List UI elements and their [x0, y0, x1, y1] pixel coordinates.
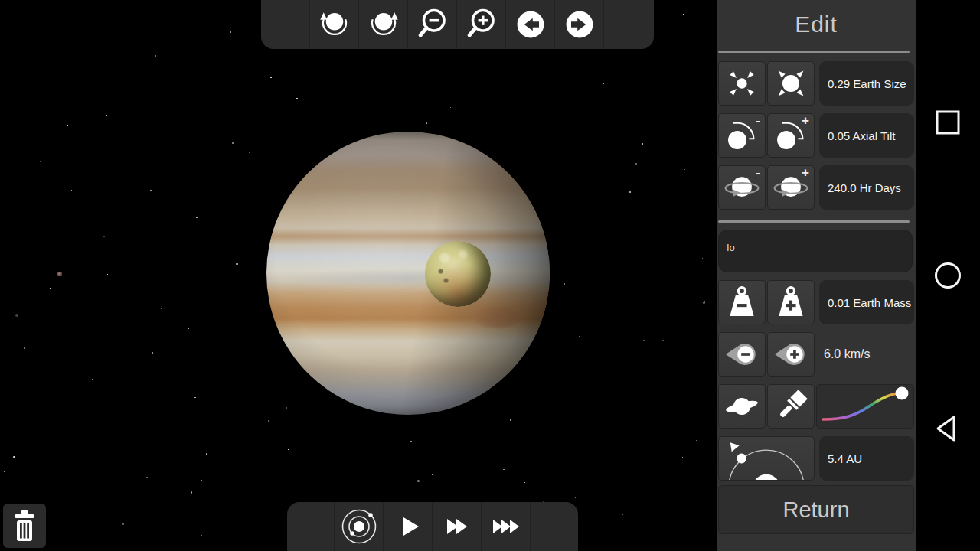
- planet-type-button[interactable]: [718, 384, 766, 429]
- star: [648, 373, 649, 373]
- tilt-increase-button[interactable]: +: [767, 113, 815, 158]
- star: [230, 31, 231, 33]
- weight-minus-icon: [724, 285, 760, 320]
- star: [40, 161, 41, 162]
- rotate-left-button[interactable]: [310, 0, 359, 49]
- star: [426, 112, 427, 112]
- mass-row: 0.01 Earth Mass: [717, 280, 916, 324]
- star: [629, 191, 631, 193]
- size-decrease-button[interactable]: [718, 61, 766, 106]
- ringed-planet-icon: [724, 389, 760, 424]
- mass-increase-button[interactable]: [767, 280, 815, 324]
- star: [206, 453, 207, 454]
- orbit-view-button[interactable]: [335, 502, 384, 551]
- moon-io-selected[interactable]: [425, 241, 491, 307]
- star: [194, 397, 195, 398]
- star: [150, 190, 152, 191]
- star: [70, 406, 70, 407]
- paint-brush-icon: [773, 388, 809, 425]
- star: [236, 263, 237, 265]
- zoom-in-button[interactable]: [457, 0, 506, 49]
- tilt-decrease-button[interactable]: -: [718, 113, 766, 158]
- star: [417, 480, 420, 482]
- velocity-decrease-button[interactable]: [718, 332, 766, 377]
- star: [168, 66, 168, 67]
- distant-body[interactable]: [57, 272, 62, 276]
- star: [703, 302, 705, 304]
- next-body-button[interactable]: [555, 0, 604, 49]
- tilt-minus-icon: [724, 117, 760, 154]
- plus-mark: +: [802, 113, 809, 129]
- planet-jupiter[interactable]: [266, 132, 550, 415]
- weight-plus-icon: [773, 285, 808, 320]
- star: [564, 283, 565, 284]
- fastest-forward-icon: [486, 507, 526, 546]
- size-increase-button[interactable]: [767, 61, 815, 106]
- plus-mark: +: [802, 165, 809, 181]
- orbit-distance-button[interactable]: [718, 436, 815, 481]
- mass-value: 0.01 Earth Mass: [819, 280, 914, 324]
- velocity-increase-button[interactable]: [767, 332, 815, 377]
- day-decrease-button[interactable]: -: [718, 165, 766, 210]
- star: [196, 217, 197, 218]
- play-button[interactable]: [384, 502, 433, 551]
- return-button[interactable]: Return: [718, 485, 914, 534]
- paint-button[interactable]: [767, 384, 815, 429]
- delete-body-button[interactable]: [3, 504, 46, 548]
- star: [579, 336, 580, 337]
- toolbar-spacer: [287, 502, 335, 551]
- fastest-forward-button[interactable]: [482, 502, 531, 551]
- star: [626, 174, 627, 174]
- star: [662, 340, 663, 341]
- star: [107, 274, 108, 275]
- arrow-left-icon: [514, 8, 547, 41]
- size-value: 0.29 Earth Size: [819, 61, 914, 106]
- edit-panel: Edit 0.29 Earth Size: [717, 0, 916, 551]
- divider: [718, 220, 910, 223]
- trash-icon: [9, 509, 40, 543]
- appearance-row: [717, 384, 916, 429]
- star: [450, 107, 451, 108]
- toolbar-spacer: [261, 0, 310, 49]
- minus-mark: -: [756, 113, 760, 129]
- speed-plus-icon: [773, 337, 809, 372]
- star: [270, 77, 271, 78]
- star: [426, 122, 427, 123]
- star: [103, 236, 104, 237]
- star: [696, 440, 697, 441]
- divider: [718, 51, 910, 53]
- star: [232, 142, 234, 144]
- star: [577, 227, 578, 227]
- color-curve-button[interactable]: [816, 384, 914, 429]
- star: [106, 115, 107, 116]
- star: [191, 491, 192, 493]
- rotate-right-button[interactable]: [359, 0, 408, 49]
- distant-star: [15, 314, 18, 317]
- star: [296, 98, 297, 99]
- star: [24, 347, 25, 348]
- star: [642, 143, 643, 145]
- star: [201, 56, 201, 57]
- recents-button[interactable]: [931, 106, 965, 139]
- star: [697, 112, 697, 112]
- fast-forward-button[interactable]: [433, 502, 482, 551]
- velocity-value: 6.0 km/s: [824, 332, 870, 377]
- zoom-out-button[interactable]: [408, 0, 457, 49]
- previous-body-button[interactable]: [506, 0, 555, 49]
- star: [524, 482, 525, 483]
- size-row: 0.29 Earth Size: [717, 61, 916, 106]
- panel-title: Edit: [717, 0, 916, 49]
- toolbar-spacer: [604, 0, 654, 49]
- zoom-out-icon: [415, 6, 450, 43]
- star: [683, 14, 684, 15]
- star: [50, 288, 51, 289]
- back-button[interactable]: [931, 412, 965, 445]
- day-increase-button[interactable]: +: [767, 165, 815, 210]
- star: [603, 83, 603, 84]
- mass-decrease-button[interactable]: [718, 280, 766, 324]
- star: [524, 103, 524, 103]
- body-name-input[interactable]: [718, 230, 913, 272]
- home-button[interactable]: [931, 259, 965, 292]
- star: [188, 328, 189, 328]
- toolbar-spacer: [531, 502, 578, 551]
